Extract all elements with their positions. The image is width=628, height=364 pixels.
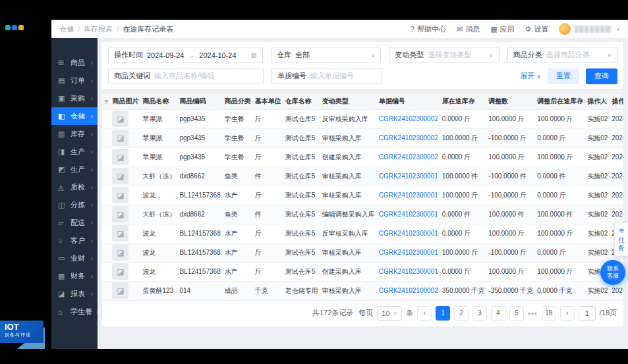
- tool-label: 设置: [534, 24, 548, 34]
- adjust-qty: -100.0000 斤: [486, 128, 535, 147]
- product-code: pgp3435: [177, 109, 222, 128]
- page-button[interactable]: 2: [454, 306, 469, 321]
- doc-number-link[interactable]: CGRK24102300001: [379, 268, 438, 275]
- change-type-placeholder: 选择变动类型: [428, 50, 471, 60]
- sidebar-item-quality-check[interactable]: ◬质检›: [51, 178, 98, 196]
- doc-number-link[interactable]: CGRK24102300001: [379, 230, 438, 237]
- operator-name: 实施02: [585, 224, 610, 243]
- warehouse-name: 测试仓库5: [283, 128, 320, 147]
- prev-page-button[interactable]: ‹: [417, 306, 432, 321]
- product-category: 水产: [223, 224, 253, 243]
- logo-shape: [12, 25, 17, 30]
- chevron-down-icon: ∨: [607, 52, 612, 59]
- sidebar-item-biz-finance[interactable]: ▭业财›: [51, 249, 98, 267]
- sidebar-item-delivery[interactable]: ▱配送›: [51, 214, 98, 232]
- after-transit-qty: 0.0000 斤: [535, 128, 585, 147]
- sidebar-item-purchase[interactable]: ▣采购›: [51, 90, 98, 107]
- operation-time: 2024-10-23 17:43: [610, 128, 623, 147]
- search-button[interactable]: 查询: [586, 68, 617, 84]
- column-settings-icon[interactable]: ≡: [104, 97, 108, 105]
- page-button[interactable]: 5: [509, 306, 524, 321]
- product-code: BL124157368: [177, 224, 222, 243]
- sidebar-item-production-2[interactable]: ◩生产›: [51, 161, 98, 178]
- product-code: BL124157368: [177, 243, 222, 262]
- operation-time-range-picker[interactable]: 操作时间 2024-09-24 → 2024-10-24 ▦: [108, 47, 263, 63]
- adjust-qty: 100.0000 斤: [486, 147, 535, 167]
- base-unit: 斤: [253, 186, 283, 205]
- message-button[interactable]: ✉消息: [457, 24, 480, 34]
- row-leading-cell: [102, 186, 110, 205]
- breadcrumb-separator: /: [117, 25, 119, 33]
- reset-button[interactable]: 重置: [548, 68, 579, 84]
- keyword-input[interactable]: 商品关键词 输入商品名称/编码: [108, 68, 264, 84]
- sidebar-item-goods[interactable]: ⊞商品›: [51, 54, 98, 72]
- warehouse-name: 测试仓库5: [283, 109, 320, 128]
- settings-button[interactable]: ⚙设置: [525, 24, 549, 34]
- doc-number-link[interactable]: CGRK24102300001: [379, 249, 438, 256]
- chevron-right-icon: ›: [91, 255, 93, 262]
- logo-shape: [5, 25, 11, 30]
- sidebar-item-inventory[interactable]: ▥库存›: [51, 125, 98, 143]
- after-transit-qty: 100.0000 斤: [535, 109, 585, 128]
- apps-button[interactable]: ▦应用: [490, 24, 514, 34]
- table-row: ◪波龙BL124157368水产斤测试仓库5反审核采购入库CGRK2410230…: [102, 224, 623, 243]
- page-ellipsis: •••: [528, 309, 538, 317]
- product-code: pgp3435: [177, 128, 222, 147]
- sidebar-item-label: 订单: [71, 76, 85, 86]
- base-unit: 千克: [253, 281, 283, 300]
- sidebar-item-orders[interactable]: ▤订单›: [51, 72, 98, 90]
- table-body: ◪苹果派pgp3435学生餐斤测试仓库5反审核采购入库CGRK241023000…: [102, 109, 623, 300]
- expand-toggle[interactable]: 展开 ∨: [520, 71, 541, 81]
- sidebar-item-customer[interactable]: ○客户›: [51, 232, 98, 249]
- calendar-icon: ▦: [251, 51, 257, 59]
- table-row: ◪大虾（冻）dxd8662鱼类件测试仓库5编辑调整采购入库CGRK2410230…: [102, 205, 623, 224]
- sidebar-item-student-meal[interactable]: ⌂学生餐›: [51, 303, 98, 321]
- chevron-right-icon: ›: [91, 219, 93, 226]
- operator-name: 实施02: [585, 243, 610, 262]
- column-header: 仓库名称: [283, 93, 320, 109]
- change-type-select[interactable]: 变动类型 选择变动类型 ∨: [389, 47, 499, 63]
- sidebar-item-finance[interactable]: ▦财务›: [51, 267, 98, 285]
- doc-number-link[interactable]: CGRK24102300002: [379, 134, 438, 142]
- doc-number-input[interactable]: 单据编号 输入单据编号: [271, 68, 382, 84]
- next-page-button[interactable]: ›: [560, 306, 575, 321]
- page-jump-input[interactable]: 1: [579, 306, 596, 321]
- help-center-button[interactable]: ?帮助中心: [411, 24, 446, 34]
- doc-number-link[interactable]: CGRK24102300002: [379, 153, 438, 161]
- table-row: ◪苹果派pgp3435学生餐斤测试仓库5审核采购入库CGRK2410230000…: [102, 128, 623, 147]
- avatar: [559, 23, 571, 35]
- category-select[interactable]: 商品分类 选择商品分类 ∨: [507, 47, 617, 63]
- iot-watermark-subtitle: 设备与环境: [5, 332, 39, 338]
- orders-icon: ▤: [58, 76, 67, 85]
- doc-number-link[interactable]: CGRK24102100002: [379, 287, 438, 294]
- doc-number-link[interactable]: CGRK24102300002: [379, 115, 438, 122]
- sidebar-item-reports[interactable]: ◪报表›: [51, 285, 98, 303]
- breadcrumb-item[interactable]: 库存报表: [84, 24, 113, 34]
- per-page-unit: 条: [406, 308, 413, 318]
- page-button[interactable]: 4: [491, 306, 505, 321]
- page-button[interactable]: 18: [542, 306, 556, 321]
- table-row: ◪苹果派pgp3435学生餐斤测试仓库5反审核采购入库CGRK241023000…: [102, 109, 623, 128]
- customer-service-button[interactable]: 联系客服: [600, 260, 625, 285]
- sidebar-item-sorting[interactable]: ◫分拣›: [51, 196, 98, 214]
- doc-number-link[interactable]: CGRK24102300001: [379, 211, 438, 218]
- task-panel-button[interactable]: ≋ 任务: [614, 222, 628, 256]
- sidebar-item-warehouse[interactable]: ◧仓储›: [51, 107, 98, 125]
- page-button[interactable]: 3: [472, 306, 487, 321]
- column-header: 商品名称: [140, 93, 177, 109]
- breadcrumb-item[interactable]: 仓储: [59, 24, 74, 34]
- page-button[interactable]: 1: [436, 306, 450, 321]
- warehouse-select[interactable]: 仓库 全部 ∨: [271, 47, 381, 63]
- product-name: 波龙: [140, 243, 177, 262]
- page-size-select[interactable]: 10∨: [377, 306, 402, 321]
- sidebar-item-production-1[interactable]: ◨生产›: [51, 143, 98, 161]
- category-placeholder: 选择商品分类: [546, 50, 590, 60]
- operation-time: 2024-10-23 17:44: [610, 109, 623, 128]
- expand-label: 展开: [520, 71, 534, 81]
- table-row: ◪蛋黄酥123014成品千克老仓储专用审核采购入库CGRK24102100002…: [102, 281, 623, 300]
- base-unit: 斤: [253, 224, 283, 243]
- user-menu[interactable]: ∨: [559, 23, 620, 35]
- doc-number-link[interactable]: CGRK24102300001: [379, 192, 438, 199]
- doc-number-link[interactable]: CGRK24102300001: [379, 172, 438, 180]
- adjust-qty: -100.0000 斤: [486, 186, 535, 205]
